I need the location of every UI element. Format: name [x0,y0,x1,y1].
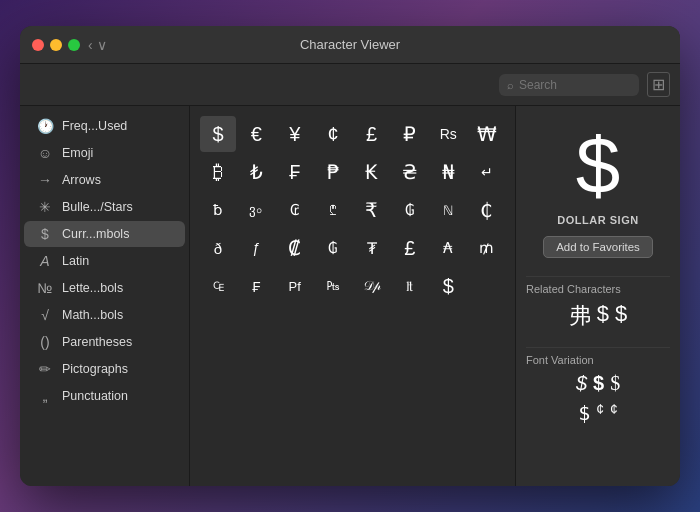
font-var-char-3[interactable]: $ [610,372,620,395]
back-icon[interactable]: ‹ [88,37,93,53]
char-cell[interactable]: ₦ [430,154,466,190]
font-var-char-1[interactable]: $ [576,372,587,395]
related-char-3[interactable]: $ [615,301,627,331]
font-var-char-4[interactable]: $ [578,401,590,425]
grid-view-icon[interactable]: ⊞ [647,72,670,97]
chevron-down-icon[interactable]: ∨ [97,37,107,53]
sidebar-item-curr-symbols[interactable]: $ Curr...mbols [24,221,185,247]
sidebar-label-pictographs: Pictographs [62,362,128,376]
detail-char-display: $ [576,126,621,206]
char-cell[interactable]: ₱ [315,154,351,190]
char-cell[interactable]: £ [392,230,428,266]
arrow-icon: → [36,172,54,188]
char-cell[interactable]: $ [200,116,236,152]
char-grid-panel: $ € ¥ ¢ £ ₽ Rs ₩ ₿ ₺ ₣ ₱ ₭ ₴ ₦ ↵ ƀ ვ০ [190,106,515,486]
sidebar-item-parentheses[interactable]: () Parentheses [24,329,185,355]
sidebar-item-latin[interactable]: A Latin [24,248,185,274]
font-var-char-6[interactable]: ¢ [610,401,618,425]
font-variation-row1: $ $ $ [576,372,620,395]
related-char-2[interactable]: $ [597,301,609,331]
char-cell[interactable]: £ [354,116,390,152]
char-grid: $ € ¥ ¢ £ ₽ Rs ₩ ₿ ₺ ₣ ₱ ₭ ₴ ₦ ↵ ƀ ვ০ [200,116,505,304]
char-cell[interactable]: ↵ [469,154,505,190]
char-cell[interactable]: ₲ [315,230,351,266]
char-cell[interactable]: ₹ [354,192,390,228]
char-cell[interactable]: $ [430,268,466,304]
sidebar-item-emoji[interactable]: ☺ Emoji [24,140,185,166]
pictographs-icon: ✏ [36,361,54,377]
char-cell[interactable]: ₳ [430,230,466,266]
char-cell[interactable]: ₩ [469,116,505,152]
latin-icon: A [36,253,54,269]
sidebar-item-freq-used[interactable]: 🕐 Freq...Used [24,113,185,139]
toolbar: ⌕ ⊞ [20,64,680,106]
char-cell[interactable]: € [238,116,274,152]
font-variation-label: Font Variation [526,354,594,366]
sidebar-label-freq-used: Freq...Used [62,119,127,133]
char-cell[interactable]: ₮ [354,230,390,266]
char-cell[interactable]: ₲ [392,192,428,228]
search-icon: ⌕ [507,79,514,91]
add-to-favorites-button[interactable]: Add to Favorites [543,236,653,258]
star-icon: ✳ [36,199,54,215]
sidebar-label-latin: Latin [62,254,89,268]
font-var-char-2[interactable]: $ [593,372,604,395]
minimize-button[interactable] [50,39,62,51]
char-cell[interactable]: ₴ [392,154,428,190]
char-cell[interactable]: ₵ [469,192,505,228]
sidebar-item-pictographs[interactable]: ✏ Pictographs [24,356,185,382]
parentheses-icon: () [36,334,54,350]
char-cell[interactable]: ₭ [354,154,390,190]
sidebar-item-arrows[interactable]: → Arrows [24,167,185,193]
sidebar-label-bullets-stars: Bulle.../Stars [62,200,133,214]
punctuation-icon: „ [36,388,54,404]
char-cell[interactable]: ₢ [277,192,313,228]
char-cell[interactable]: ð [200,230,236,266]
related-chars-row: 弗 $ $ [569,301,628,331]
char-cell[interactable]: ₣ [277,154,313,190]
char-cell[interactable]: ƒ [238,230,274,266]
sidebar-label-punctuation: Punctuation [62,389,128,403]
fullscreen-button[interactable] [68,39,80,51]
main-content: 🕐 Freq...Used ☺ Emoji → Arrows ✳ Bulle..… [20,106,680,486]
search-box[interactable]: ⌕ [499,74,639,96]
character-viewer-window: ‹ ∨ Character Viewer ⌕ ⊞ 🕐 Freq...Used ☺… [20,26,680,486]
char-cell[interactable]: ℕ [430,192,466,228]
char-cell[interactable]: ¥ [277,116,313,152]
char-cell[interactable]: Rs [430,116,466,152]
char-cell[interactable]: ₾ [315,192,351,228]
detail-char-name: DOLLAR SIGN [557,214,638,226]
char-cell[interactable]: ₧ [315,268,351,304]
traffic-lights [32,39,80,51]
sidebar-item-math-bols[interactable]: √ Math...bols [24,302,185,328]
window-title: Character Viewer [300,37,400,52]
char-cell[interactable]: ¢ [315,116,351,152]
char-cell[interactable]: Pf [277,268,313,304]
char-cell[interactable]: ₣ [238,268,274,304]
clock-icon: 🕐 [36,118,54,134]
char-cell[interactable]: ვ০ [238,192,274,228]
close-button[interactable] [32,39,44,51]
char-cell [469,268,505,304]
char-cell[interactable]: ₥ [469,230,505,266]
font-var-char-5[interactable]: ¢ [596,401,604,425]
sidebar-item-lette-bols[interactable]: № Lette...bols [24,275,185,301]
font-variation-row2: $ ¢ ¢ [578,401,618,425]
sidebar-item-punctuation[interactable]: „ Punctuation [24,383,185,409]
related-char-1[interactable]: 弗 [569,301,591,331]
char-cell[interactable]: ƀ [200,192,236,228]
char-cell[interactable]: ₠ [200,268,236,304]
sidebar-item-bullets-stars[interactable]: ✳ Bulle.../Stars [24,194,185,220]
currency-icon: $ [36,226,54,242]
char-cell[interactable]: ₺ [238,154,274,190]
sidebar-label-lette-bols: Lette...bols [62,281,123,295]
sidebar: 🕐 Freq...Used ☺ Emoji → Arrows ✳ Bulle..… [20,106,190,486]
char-cell[interactable]: 𝒟𝓅 [354,268,390,304]
char-cell[interactable]: ₽ [392,116,428,152]
sidebar-label-emoji: Emoji [62,146,93,160]
char-cell[interactable]: ₡ [277,230,313,266]
search-input[interactable] [519,78,631,92]
titlebar: ‹ ∨ Character Viewer [20,26,680,64]
char-cell[interactable]: ₶ [392,268,428,304]
char-cell[interactable]: ₿ [200,154,236,190]
